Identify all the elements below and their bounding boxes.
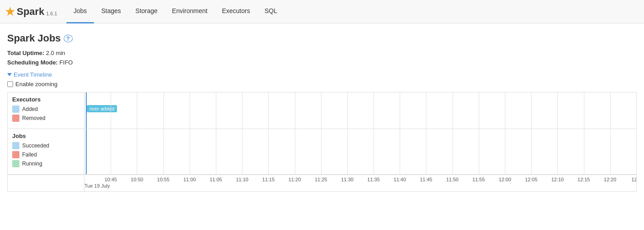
time-axis-labels: Tue 19 July 10:4510:5010:5511:0011:0511:… [84,175,636,191]
grid-line [584,129,584,174]
time-axis-spacer [8,175,84,191]
time-label: 12:20 [604,177,616,182]
time-label: 11:15 [262,177,275,182]
grid-line [137,92,137,129]
grid-line [190,129,190,174]
grid-line [295,92,295,129]
zoom-checkbox[interactable] [7,81,13,87]
nav-link-executors[interactable]: Executors [215,0,257,23]
nav-link-stages[interactable]: Stages [94,0,128,23]
grid-line [295,129,295,174]
succeeded-label: Succeeded [22,143,49,149]
grid-line [479,129,479,174]
grid-line [636,129,637,174]
removed-label: Removed [22,115,45,121]
grid-line [216,129,216,174]
grid-line [268,92,269,129]
scheduling-mode-label: Scheduling Mode: [7,59,58,66]
timeline-container: Executors Added Removed river added [7,92,637,192]
nav-item-environment[interactable]: Environment [165,0,215,23]
grid-line [584,92,584,129]
grid-line [557,92,558,129]
time-label: 12:05 [525,177,537,182]
spark-version: 1.6.1 [46,11,57,16]
grid-line [137,129,137,174]
help-link[interactable]: ? [64,35,73,42]
spark-star-icon: ★ [5,4,16,19]
grid-line [111,129,111,174]
jobs-legend: Jobs Succeeded Failed Running [8,129,84,174]
nav-item-jobs[interactable]: Jobs [66,0,94,23]
brand: ★ Spark 1.6.1 [5,4,57,19]
time-label: 11:05 [210,177,222,182]
nav-item-storage[interactable]: Storage [128,0,165,23]
grid-line [531,129,532,174]
grid-line [347,92,348,129]
executor-added-legend: Added [12,106,79,113]
triangle-down-icon [7,73,12,76]
nav-link-environment[interactable]: Environment [165,0,215,23]
added-color-box [12,106,19,113]
failed-label: Failed [22,152,37,158]
navbar: ★ Spark 1.6.1 Jobs Stages Storage Enviro… [0,0,644,23]
time-label: 11:50 [446,177,459,182]
time-label: 11:25 [315,177,327,182]
executors-section-title: Executors [12,96,79,103]
nav-item-sql[interactable]: SQL [257,0,285,23]
event-timeline-label: Event Timeline [14,71,52,78]
nav-link-jobs[interactable]: Jobs [66,0,94,23]
grid-line [610,92,611,129]
job-failed-legend: Failed [12,151,79,158]
grid-line [636,92,637,129]
time-label: 12:10 [551,177,564,182]
executors-legend: Executors Added Removed [8,92,84,129]
jobs-marker-line [86,129,87,174]
page-title: Spark Jobs ? [7,32,637,44]
total-uptime-label: Total Uptime: [7,50,44,56]
running-label: Running [22,161,42,167]
time-label: 10:50 [131,177,144,182]
nav-link-sql[interactable]: SQL [257,0,285,23]
time-label: 11:35 [367,177,380,182]
spark-name: Spark [17,6,44,18]
grid-line [321,92,322,129]
time-axis: Tue 19 July 10:4510:5010:5511:0011:0511:… [8,175,636,191]
scheduling-mode-val: FIFO [60,59,73,66]
timeline-body: Executors Added Removed river added [8,92,636,175]
time-label: 11:00 [183,177,196,182]
grid-line [479,92,479,129]
grid-line [268,129,269,174]
grid-line [531,92,532,129]
grid-line [505,92,505,129]
zoom-checkbox-container: Enable zooming [7,81,637,87]
grid-line [163,92,164,129]
time-label: 10:55 [157,177,170,182]
grid-line [373,92,374,129]
total-uptime-val: 2.0 min [46,50,65,56]
grid-line [453,92,453,129]
time-label: 10:45 [104,177,117,182]
executor-removed-legend: Removed [12,115,79,122]
nav-item-executors[interactable]: Executors [215,0,257,23]
failed-color-box [12,151,19,158]
running-color-box [12,160,19,167]
time-label: 11:10 [236,177,248,182]
grid-line [216,92,216,129]
meta-info: Total Uptime: 2.0 min Scheduling Mode: F… [7,49,637,68]
executor-grid-lines [84,92,636,129]
grid-line [426,129,426,174]
grid-line [163,129,164,174]
grid-line [373,129,374,174]
nav-link-storage[interactable]: Storage [128,0,165,23]
zoom-label: Enable zooming [15,81,57,87]
grid-line [400,129,400,174]
jobs-grid-lines [84,129,636,174]
job-succeeded-legend: Succeeded [12,142,79,149]
nav-links: Jobs Stages Storage Environment Executor… [66,0,285,23]
nav-item-stages[interactable]: Stages [94,0,128,23]
time-label: 11:30 [341,177,354,182]
grid-line [505,129,505,174]
event-timeline-toggle[interactable]: Event Timeline [7,71,637,78]
time-label: 11:40 [394,177,406,182]
date-label: Tue 19 July [84,183,110,189]
